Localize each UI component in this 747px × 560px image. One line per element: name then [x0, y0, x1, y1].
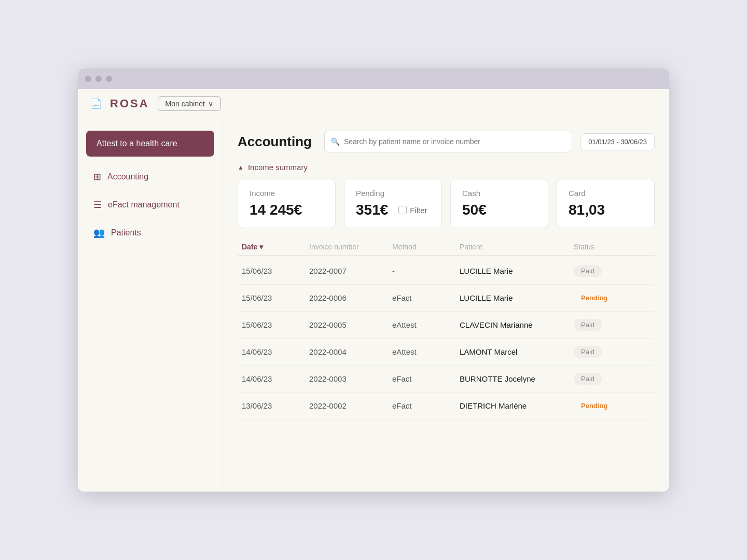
sidebar-label-efact: eFact management	[108, 200, 179, 209]
table-row[interactable]: 13/06/23 2022-0002 eFact DIETRICH Marlèn…	[238, 393, 655, 419]
cell-invoice: 2022-0006	[309, 293, 392, 302]
col-method: Method	[392, 243, 460, 251]
table-header: Date ▾ Invoice number Method Patient Sta…	[238, 243, 655, 256]
search-box: 🔍	[324, 131, 572, 152]
cell-patient: LUCILLE Marie	[460, 267, 574, 275]
cash-card: Cash 50€	[450, 179, 548, 228]
income-card-label: Income	[250, 189, 324, 198]
search-icon: 🔍	[331, 137, 340, 146]
status-badge: Paid	[574, 319, 602, 331]
table-body: 15/06/23 2022-0007 - LUCILLE Marie Paid …	[238, 258, 655, 419]
cell-status: Paid	[574, 373, 641, 385]
efact-icon: ☰	[93, 199, 102, 211]
status-badge: Pending	[574, 400, 615, 412]
cell-invoice: 2022-0004	[309, 347, 392, 356]
sidebar: Attest to a health care ⊞ Accounting ☰ e…	[78, 118, 223, 492]
accounting-icon: ⊞	[93, 171, 101, 183]
cash-card-value: 50€	[462, 202, 536, 218]
cell-method: -	[392, 267, 460, 275]
table-row[interactable]: 14/06/23 2022-0004 eAttest LAMONT Marcel…	[238, 339, 655, 366]
sidebar-item-patients[interactable]: 👥 Patients	[86, 221, 214, 245]
cell-date: 15/06/23	[242, 267, 309, 275]
cell-method: eAttest	[392, 320, 460, 329]
pending-card-label: Pending	[356, 189, 430, 198]
browser-dot-maximize[interactable]	[106, 76, 112, 82]
status-badge: Pending	[574, 292, 615, 304]
cell-method: eFact	[392, 293, 460, 302]
status-badge: Paid	[574, 373, 602, 385]
pending-card-value: 351€	[356, 202, 388, 218]
attest-button[interactable]: Attest to a health care	[86, 131, 214, 157]
table-row[interactable]: 15/06/23 2022-0005 eAttest CLAVECIN Mari…	[238, 312, 655, 339]
logo-icon: 📄	[90, 98, 102, 109]
sort-icon: ▾	[259, 243, 263, 251]
card-card-label: Card	[569, 189, 643, 198]
browser-dot-minimize[interactable]	[95, 76, 102, 82]
summary-cards: Income 14 245€ Pending 351€ Filter Cash	[238, 179, 655, 228]
income-card: Income 14 245€	[238, 179, 336, 228]
main-content: Accounting 🔍 01/01/23 - 30/06/23 ▲ Incom…	[223, 118, 669, 492]
cell-status: Paid	[574, 319, 641, 331]
cell-patient: LAMONT Marcel	[460, 347, 574, 356]
col-patient: Patient	[460, 243, 574, 251]
cell-patient: CLAVECIN Marianne	[460, 320, 574, 329]
filter-label: Filter	[410, 206, 427, 215]
sidebar-item-efact[interactable]: ☰ eFact management	[86, 193, 214, 217]
status-badge: Paid	[574, 265, 602, 277]
cell-date: 14/06/23	[242, 374, 309, 383]
page-title: Accounting	[238, 134, 312, 150]
chevron-down-icon: ∨	[208, 100, 213, 108]
pending-card: Pending 351€ Filter	[344, 179, 442, 228]
table-row[interactable]: 14/06/23 2022-0003 eFact BURNOTTE Jocely…	[238, 366, 655, 393]
income-summary-toggle[interactable]: ▲ Income summary	[238, 163, 655, 172]
app-body: Attest to a health care ⊞ Accounting ☰ e…	[78, 118, 669, 492]
cell-date: 15/06/23	[242, 293, 309, 302]
browser-dot-close[interactable]	[85, 76, 91, 82]
col-status: Status	[574, 243, 641, 251]
main-header: Accounting 🔍 01/01/23 - 30/06/23	[238, 131, 655, 152]
card-card-value: 81,03	[569, 202, 643, 218]
status-badge: Paid	[574, 346, 602, 358]
cell-invoice: 2022-0005	[309, 320, 392, 329]
income-card-value: 14 245€	[250, 202, 324, 218]
date-range-button[interactable]: 01/01/23 - 30/06/23	[580, 133, 655, 150]
card-card: Card 81,03	[557, 179, 655, 228]
cell-method: eAttest	[392, 347, 460, 356]
cell-date: 15/06/23	[242, 320, 309, 329]
filter-checkbox[interactable]	[398, 206, 407, 214]
cell-status: Pending	[574, 400, 641, 412]
cell-method: eFact	[392, 374, 460, 383]
cell-method: eFact	[392, 401, 460, 410]
chevron-up-icon: ▲	[238, 164, 244, 171]
cell-status: Pending	[574, 292, 641, 304]
cell-invoice: 2022-0007	[309, 267, 392, 275]
browser-window: 📄 ROSA Mon cabinet ∨ Attest to a health …	[78, 68, 669, 492]
cabinet-label: Mon cabinet	[165, 100, 205, 108]
sidebar-label-accounting: Accounting	[107, 172, 148, 181]
cell-status: Paid	[574, 265, 641, 277]
browser-titlebar	[78, 68, 669, 89]
app-header: 📄 ROSA Mon cabinet ∨	[78, 89, 669, 118]
cell-date: 13/06/23	[242, 401, 309, 410]
patients-icon: 👥	[93, 227, 105, 239]
table-row[interactable]: 15/06/23 2022-0006 eFact LUCILLE Marie P…	[238, 285, 655, 312]
col-date[interactable]: Date ▾	[242, 243, 309, 251]
cell-patient: BURNOTTE Jocelyne	[460, 374, 574, 383]
logo-text: ROSA	[110, 97, 149, 110]
table-row[interactable]: 15/06/23 2022-0007 - LUCILLE Marie Paid	[238, 258, 655, 285]
filter-area: Filter	[398, 206, 427, 215]
sidebar-item-accounting[interactable]: ⊞ Accounting	[86, 165, 214, 189]
cell-patient: DIETRICH Marlène	[460, 401, 574, 410]
cell-patient: LUCILLE Marie	[460, 293, 574, 302]
search-input[interactable]	[344, 137, 565, 146]
cabinet-dropdown[interactable]: Mon cabinet ∨	[158, 96, 221, 111]
cash-card-label: Cash	[462, 189, 536, 198]
cell-date: 14/06/23	[242, 347, 309, 356]
cell-invoice: 2022-0002	[309, 401, 392, 410]
cell-invoice: 2022-0003	[309, 374, 392, 383]
col-invoice: Invoice number	[309, 243, 392, 251]
income-summary-label: Income summary	[248, 163, 308, 172]
cell-status: Paid	[574, 346, 641, 358]
sidebar-label-patients: Patients	[111, 228, 141, 237]
